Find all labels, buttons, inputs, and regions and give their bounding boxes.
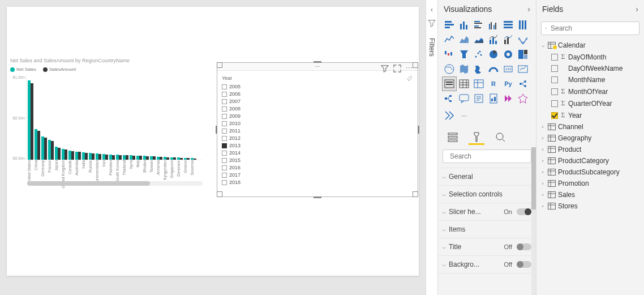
checkbox[interactable] — [222, 136, 227, 141]
bar-pair[interactable] — [116, 155, 122, 160]
vis-powerautomate-icon[interactable] — [443, 109, 456, 122]
vis-qa-icon[interactable] — [457, 92, 471, 105]
field-row[interactable]: ΣYear — [539, 109, 642, 121]
focus-mode-icon[interactable] — [393, 65, 401, 74]
vis-line-icon[interactable] — [443, 33, 456, 46]
checkbox[interactable] — [222, 180, 227, 185]
checkbox[interactable] — [222, 99, 227, 104]
toggle-switch[interactable] — [517, 261, 531, 268]
resize-handle[interactable] — [314, 61, 321, 63]
bar-pair[interactable] — [130, 155, 136, 160]
slicer-item[interactable]: 2005 — [222, 83, 413, 91]
vis-area-icon[interactable] — [457, 33, 471, 46]
checkbox[interactable] — [222, 151, 227, 156]
field-row[interactable]: MonthName — [539, 74, 642, 85]
bar-pair[interactable] — [191, 158, 197, 160]
resize-handle[interactable] — [314, 196, 321, 198]
table-row[interactable]: ›ProductCategory — [539, 155, 642, 166]
vis-stacked-column-icon[interactable] — [457, 18, 471, 32]
vis-donut-icon[interactable] — [501, 48, 515, 61]
checkbox[interactable] — [222, 143, 227, 148]
vis-funnel-icon[interactable] — [457, 48, 471, 61]
checkbox[interactable] — [222, 106, 227, 112]
resize-handle[interactable] — [216, 126, 217, 134]
resize-handle[interactable] — [418, 126, 419, 134]
bar-pair[interactable] — [109, 155, 115, 160]
vis-table-icon[interactable] — [457, 77, 471, 91]
vis-treemap-icon[interactable] — [516, 48, 530, 61]
checkbox[interactable] — [222, 173, 227, 178]
chevron-down-icon[interactable]: ⌵ — [540, 42, 546, 48]
toggle-switch[interactable] — [517, 243, 531, 250]
bar-pair[interactable] — [68, 151, 75, 160]
format-tab[interactable] — [470, 129, 483, 145]
field-checkbox[interactable] — [551, 76, 558, 83]
vis-paginated-icon[interactable] — [487, 92, 500, 105]
bar-pair[interactable] — [184, 158, 190, 160]
resize-handle[interactable] — [217, 62, 222, 68]
bar-pair[interactable] — [28, 80, 34, 160]
field-checkbox[interactable] — [551, 88, 558, 95]
vis-key-influencers-icon[interactable] — [516, 77, 530, 91]
vis-matrix-icon[interactable] — [472, 77, 486, 91]
bar-pair[interactable] — [96, 153, 102, 160]
format-section[interactable]: ⌵Backgro...Off — [438, 256, 536, 273]
toggle-switch[interactable] — [517, 208, 531, 215]
vis-slicer-icon[interactable] — [443, 77, 456, 91]
vis-scatter-icon[interactable] — [472, 48, 486, 61]
resize-handle[interactable] — [413, 191, 418, 197]
report-canvas[interactable]: Net Sales and SalesAmount by RegionCount… — [7, 7, 419, 276]
vis-card-icon[interactable]: 123 — [501, 62, 515, 76]
vis-line-column-icon[interactable] — [487, 33, 500, 46]
slicer-item[interactable]: 2013 — [222, 142, 413, 149]
slicer-visual[interactable]: ··· Year 2005200620072008200920102011201… — [217, 62, 418, 197]
vis-stacked-bar-icon[interactable] — [443, 18, 456, 32]
slicer-item[interactable]: 2015 — [222, 157, 413, 164]
slicer-item[interactable]: 2012 — [222, 135, 413, 142]
field-checkbox[interactable] — [551, 100, 558, 107]
table-row[interactable]: ›ProductSubcategory — [539, 166, 642, 178]
expand-filters-icon[interactable]: ‹ — [431, 6, 433, 14]
table-row[interactable]: ›Geography — [539, 132, 642, 144]
bar-pair[interactable] — [41, 136, 48, 160]
slicer-item[interactable]: 2009 — [222, 113, 413, 120]
chevron-right-icon[interactable]: › — [540, 147, 546, 152]
table-row[interactable]: ›Stores — [539, 200, 642, 212]
chevron-right-icon[interactable]: › — [540, 135, 546, 141]
table-row[interactable]: ›Product — [539, 144, 642, 155]
format-section[interactable]: ⌵Slicer he...On — [438, 203, 536, 221]
slicer-item[interactable]: 2018 — [222, 179, 413, 186]
slicer-item[interactable]: 2011 — [222, 127, 413, 135]
bar-pair[interactable] — [48, 140, 54, 160]
format-search[interactable] — [443, 149, 531, 163]
slicer-item[interactable]: 2008 — [222, 105, 413, 113]
field-row[interactable]: ΣDayOfMonth — [539, 51, 642, 63]
bar-pair[interactable] — [35, 129, 41, 160]
resize-handle[interactable] — [217, 191, 222, 197]
fields-header[interactable]: Fields › — [536, 0, 644, 18]
field-row[interactable]: ΣQuarterOfYear — [539, 97, 642, 109]
pane-scrollbar[interactable] — [531, 147, 536, 295]
vis-waterfall-icon[interactable] — [443, 48, 456, 61]
vis-filled-map-icon[interactable] — [457, 62, 471, 76]
bar-pair[interactable] — [136, 156, 143, 160]
table-row[interactable]: ⌵Calendar — [539, 40, 642, 51]
chevron-right-icon[interactable]: › — [540, 203, 546, 209]
checkbox[interactable] — [222, 121, 227, 126]
vis-map-icon[interactable] — [443, 62, 456, 76]
filter-icon[interactable] — [381, 65, 389, 74]
slicer-item[interactable]: 2007 — [222, 98, 413, 105]
vis-decomposition-icon[interactable] — [443, 92, 456, 105]
table-row[interactable]: ›Promotion — [539, 178, 642, 189]
bar-pair[interactable] — [143, 156, 149, 160]
vis-r-icon[interactable]: R — [487, 77, 500, 91]
fields-tab[interactable] — [446, 129, 460, 145]
vis-stacked-area-icon[interactable] — [472, 33, 486, 46]
bar-pair[interactable] — [62, 149, 68, 160]
format-section[interactable]: ⌵General — [438, 168, 536, 186]
slicer-item[interactable]: 2006 — [222, 91, 413, 98]
more-options-icon[interactable]: ··· — [406, 65, 413, 74]
vis-shape-map-icon[interactable] — [472, 62, 486, 76]
visualizations-header[interactable]: Visualizations › — [438, 0, 536, 18]
field-checkbox[interactable] — [551, 54, 558, 61]
